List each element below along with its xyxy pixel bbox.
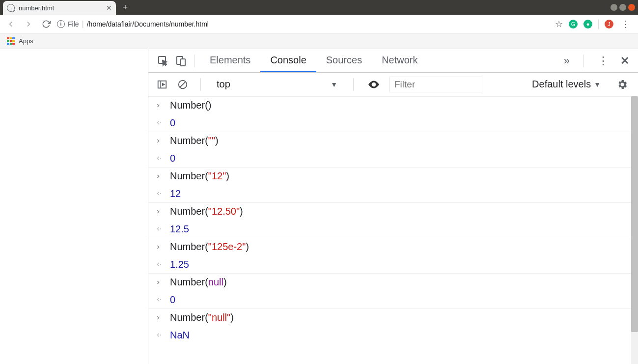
console-output-row[interactable]: 0 <box>148 291 638 308</box>
log-content: Number(null) <box>170 277 227 288</box>
log-content: 0 <box>170 153 175 164</box>
console-separator <box>353 78 354 91</box>
svg-point-8 <box>160 122 161 123</box>
tab-elements[interactable]: Elements <box>200 49 260 72</box>
output-arrow-icon <box>155 332 165 338</box>
svg-rect-2 <box>181 59 185 66</box>
scrollbar-track[interactable] <box>631 96 638 364</box>
console-output-row[interactable]: 12.5 <box>148 220 638 238</box>
input-arrow-icon <box>155 244 165 250</box>
input-arrow-icon <box>155 209 165 215</box>
log-content: 12 <box>170 188 181 199</box>
output-arrow-icon <box>155 297 165 303</box>
log-content: 12.5 <box>170 224 189 235</box>
log-content: Number("12.50") <box>170 206 243 217</box>
devtools-panel: Elements Console Sources Network » ⋮ ✕ t… <box>148 49 638 364</box>
maximize-icon[interactable] <box>619 4 626 11</box>
chevron-down-icon: ▼ <box>594 81 601 88</box>
console-output-row[interactable]: 1.25 <box>148 255 638 273</box>
console-output-row[interactable]: 0 <box>148 114 638 132</box>
output-arrow-icon <box>155 191 165 196</box>
reload-button[interactable] <box>39 17 53 31</box>
input-arrow-icon <box>155 280 165 285</box>
forward-button[interactable] <box>22 17 35 31</box>
filter-input[interactable] <box>389 77 482 92</box>
svg-point-11 <box>160 228 161 229</box>
back-button[interactable] <box>4 17 18 31</box>
device-toggle-icon[interactable] <box>172 52 190 70</box>
devtools-tab-bar: Elements Console Sources Network » ⋮ ✕ <box>148 49 638 73</box>
svg-point-9 <box>160 158 161 159</box>
svg-point-10 <box>160 193 161 194</box>
log-levels-select[interactable]: Default levels ▼ <box>532 79 601 90</box>
console-output-row[interactable]: 0 <box>148 149 638 167</box>
live-expression-icon[interactable] <box>363 78 384 91</box>
execution-context-select[interactable]: top ▼ <box>211 79 343 90</box>
more-tabs-icon[interactable]: » <box>560 55 574 67</box>
apps-grid-icon[interactable] <box>7 37 15 45</box>
tab-console[interactable]: Console <box>260 49 316 72</box>
console-settings-icon[interactable] <box>612 79 632 90</box>
console-input-row[interactable]: Number("null") <box>148 308 638 326</box>
input-arrow-icon <box>155 103 165 109</box>
toolbar-divider <box>598 19 599 29</box>
globe-icon <box>7 4 15 12</box>
window-controls <box>610 0 638 15</box>
log-content: 0 <box>170 294 175 306</box>
console-input-row[interactable]: Number("12.50") <box>148 202 638 220</box>
chevron-down-icon: ▼ <box>331 81 337 88</box>
log-content: Number() <box>170 100 211 111</box>
console-input-row[interactable]: Number("") <box>148 132 638 149</box>
console-toolbar: top ▼ Default levels ▼ <box>148 73 638 96</box>
main-split: Elements Console Sources Network » ⋮ ✕ t… <box>0 49 638 364</box>
context-label: top <box>217 79 230 90</box>
console-input-row[interactable]: Number("12") <box>148 167 638 185</box>
devtools-menu-icon[interactable]: ⋮ <box>594 55 612 67</box>
svg-point-13 <box>160 299 161 300</box>
profile-avatar-icon[interactable]: J <box>605 20 613 28</box>
console-separator <box>200 78 201 91</box>
output-arrow-icon <box>155 155 165 161</box>
minimize-icon[interactable] <box>610 4 617 11</box>
tab-sources[interactable]: Sources <box>316 49 372 72</box>
url-field[interactable]: i File | /home/dataflair/Documents/numbe… <box>57 20 551 28</box>
close-window-icon[interactable] <box>628 4 635 11</box>
input-arrow-icon <box>155 315 165 321</box>
log-content: Number("125e-2") <box>170 241 249 252</box>
console-input-row[interactable]: Number(null) <box>148 273 638 291</box>
browser-tab[interactable]: number.html ✕ <box>3 1 116 15</box>
site-info-icon[interactable]: i <box>57 20 65 28</box>
inspect-element-icon[interactable] <box>154 52 172 70</box>
console-input-row[interactable]: Number("125e-2") <box>148 238 638 255</box>
bookmarks-bar: Apps <box>0 33 638 49</box>
apps-label[interactable]: Apps <box>19 37 33 45</box>
log-content: Number("") <box>170 135 219 146</box>
bookmark-star-icon[interactable]: ☆ <box>555 19 563 29</box>
devtools-separator <box>194 55 195 67</box>
console-output-row[interactable]: NaN <box>148 326 638 344</box>
extension-grammarly-icon[interactable]: G <box>569 20 578 28</box>
levels-label: Default levels <box>532 79 591 90</box>
console-sidebar-toggle-icon[interactable] <box>154 77 170 92</box>
tab-network[interactable]: Network <box>372 49 427 72</box>
console-output-row[interactable]: 12 <box>148 185 638 202</box>
output-arrow-icon <box>155 226 165 232</box>
extension-green-icon[interactable]: ● <box>583 20 592 28</box>
output-arrow-icon <box>155 120 165 126</box>
page-content-pane <box>0 49 148 364</box>
close-devtools-icon[interactable]: ✕ <box>617 55 632 67</box>
scrollbar-thumb[interactable] <box>631 96 638 332</box>
svg-point-14 <box>160 335 161 336</box>
console-input-row[interactable]: Number() <box>148 96 638 114</box>
new-tab-button[interactable]: + <box>119 1 132 14</box>
toolbar-right: ☆ G ● J ⋮ <box>555 19 634 29</box>
log-content: 0 <box>170 117 175 129</box>
close-tab-icon[interactable]: ✕ <box>106 4 112 12</box>
svg-line-6 <box>180 82 186 87</box>
console-log-area[interactable]: Number()0Number("")0Number("12")12Number… <box>148 96 638 364</box>
input-arrow-icon <box>155 173 165 179</box>
devtools-separator <box>583 55 584 67</box>
browser-menu-icon[interactable]: ⋮ <box>619 19 632 29</box>
clear-console-icon[interactable] <box>175 77 191 92</box>
address-bar: i File | /home/dataflair/Documents/numbe… <box>0 15 638 33</box>
